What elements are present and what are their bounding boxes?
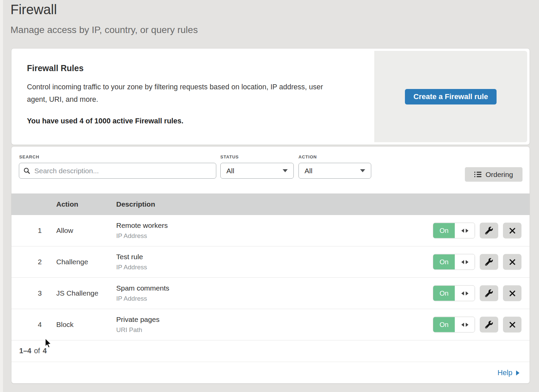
ordering-button-label: Ordering bbox=[485, 171, 513, 179]
firewall-rules-usage: You have used 4 of 1000 active Firewall … bbox=[27, 117, 345, 125]
rule-description-cell: Spam comments IP Address bbox=[116, 284, 169, 302]
wrench-icon bbox=[485, 290, 493, 297]
rule-match-type: IP Address bbox=[116, 295, 169, 302]
pagination-of: of bbox=[34, 347, 40, 355]
status-label: STATUS bbox=[220, 154, 239, 159]
rules-table-body: 1 Allow Remote workers IP Address On bbox=[11, 215, 530, 340]
create-firewall-rule-button[interactable]: Create a Firewall rule bbox=[405, 89, 496, 104]
delete-rule-button[interactable] bbox=[503, 223, 521, 239]
rule-match-type: IP Address bbox=[116, 232, 168, 240]
firewall-rules-list-card: SEARCH STATUS All ACTION All Ordering Ac… bbox=[11, 146, 530, 384]
rule-match-type: IP Address bbox=[116, 264, 147, 271]
table-header: Action Description bbox=[11, 193, 530, 215]
status-select-value: All bbox=[226, 167, 234, 175]
pagination-range: 1–4 bbox=[19, 347, 31, 355]
toggle-on-label[interactable]: On bbox=[433, 317, 455, 332]
toggle-on-label[interactable]: On bbox=[433, 286, 455, 301]
delete-rule-button[interactable] bbox=[503, 317, 521, 333]
close-icon bbox=[509, 227, 516, 234]
arrow-right-icon bbox=[516, 370, 519, 375]
firewall-rules-heading: Firewall Rules bbox=[27, 63, 345, 73]
rule-number: 3 bbox=[22, 289, 42, 297]
search-box bbox=[19, 163, 216, 179]
rule-description-cell: Test rule IP Address bbox=[116, 253, 147, 271]
left-right-arrows-icon[interactable] bbox=[455, 286, 475, 301]
table-row: 2 Challenge Test rule IP Address On bbox=[11, 246, 530, 278]
wrench-icon bbox=[485, 258, 493, 266]
help-row: Help bbox=[11, 362, 530, 384]
rule-description: Remote workers bbox=[116, 221, 168, 230]
page-left-strip bbox=[0, 0, 3, 392]
edit-rule-button[interactable] bbox=[480, 317, 498, 333]
rule-enabled-toggle[interactable]: On bbox=[433, 317, 475, 333]
search-input[interactable] bbox=[34, 167, 212, 175]
toggle-on-label[interactable]: On bbox=[433, 254, 455, 270]
rule-action: Allow bbox=[56, 227, 73, 235]
search-icon bbox=[24, 168, 30, 174]
help-link[interactable]: Help bbox=[498, 369, 519, 377]
firewall-rules-card: Firewall Rules Control incoming traffic … bbox=[11, 48, 530, 145]
rule-enabled-toggle[interactable]: On bbox=[433, 285, 475, 301]
rule-description: Private pages bbox=[116, 315, 159, 324]
caret-down-icon bbox=[360, 169, 365, 172]
column-header-description: Description bbox=[116, 193, 155, 215]
column-header-action: Action bbox=[56, 193, 78, 215]
left-right-arrows-icon[interactable] bbox=[455, 223, 475, 238]
left-right-arrows-icon[interactable] bbox=[455, 317, 475, 332]
table-row: 3 JS Challenge Spam comments IP Address … bbox=[11, 278, 530, 309]
rule-action: Challenge bbox=[56, 258, 88, 266]
close-icon bbox=[509, 321, 516, 328]
create-rule-panel: Create a Firewall rule bbox=[374, 51, 527, 142]
delete-rule-button[interactable] bbox=[503, 285, 521, 301]
rule-controls: On bbox=[433, 254, 521, 270]
rule-enabled-toggle[interactable]: On bbox=[433, 254, 475, 270]
rule-description-cell: Private pages URI Path bbox=[116, 315, 159, 334]
edit-rule-button[interactable] bbox=[480, 254, 498, 270]
ordering-button[interactable]: Ordering bbox=[465, 167, 522, 182]
action-select[interactable]: All bbox=[298, 163, 371, 179]
action-select-value: All bbox=[305, 167, 312, 175]
help-link-label: Help bbox=[498, 369, 512, 377]
rule-enabled-toggle[interactable]: On bbox=[433, 223, 475, 239]
page-subtitle: Manage access by IP, country, or query r… bbox=[10, 25, 198, 35]
ordered-list-icon bbox=[474, 172, 481, 177]
firewall-rules-description: Control incoming traffic to your zone by… bbox=[27, 81, 345, 106]
rule-controls: On bbox=[433, 317, 521, 333]
pagination: 1–4 of 4 bbox=[11, 340, 530, 362]
rule-description: Spam comments bbox=[116, 284, 169, 292]
close-icon bbox=[509, 290, 516, 297]
rule-number: 1 bbox=[22, 227, 42, 235]
rule-controls: On bbox=[433, 223, 521, 239]
rule-action: JS Challenge bbox=[56, 289, 98, 297]
edit-rule-button[interactable] bbox=[480, 285, 498, 301]
page-title: Firewall bbox=[10, 2, 198, 17]
rule-description-cell: Remote workers IP Address bbox=[116, 221, 168, 240]
toggle-on-label[interactable]: On bbox=[433, 223, 455, 238]
table-row: 4 Block Private pages URI Path On bbox=[11, 309, 530, 340]
delete-rule-button[interactable] bbox=[503, 254, 521, 270]
wrench-icon bbox=[485, 321, 493, 329]
rule-action: Block bbox=[56, 321, 73, 329]
close-icon bbox=[509, 259, 516, 265]
rule-number: 2 bbox=[22, 258, 42, 266]
status-select[interactable]: All bbox=[220, 163, 294, 179]
edit-rule-button[interactable] bbox=[480, 223, 498, 239]
wrench-icon bbox=[485, 227, 493, 235]
rule-controls: On bbox=[433, 285, 521, 301]
page-header: Firewall Manage access by IP, country, o… bbox=[10, 2, 198, 35]
rule-match-type: URI Path bbox=[116, 326, 159, 334]
search-label: SEARCH bbox=[19, 154, 39, 159]
caret-down-icon bbox=[283, 169, 288, 172]
table-row: 1 Allow Remote workers IP Address On bbox=[11, 215, 530, 246]
rule-number: 4 bbox=[22, 321, 42, 329]
action-label: ACTION bbox=[298, 154, 317, 159]
pagination-total: 4 bbox=[43, 347, 47, 355]
firewall-rules-info: Firewall Rules Control incoming traffic … bbox=[11, 49, 345, 125]
left-right-arrows-icon[interactable] bbox=[455, 254, 475, 270]
rule-description: Test rule bbox=[116, 253, 147, 261]
